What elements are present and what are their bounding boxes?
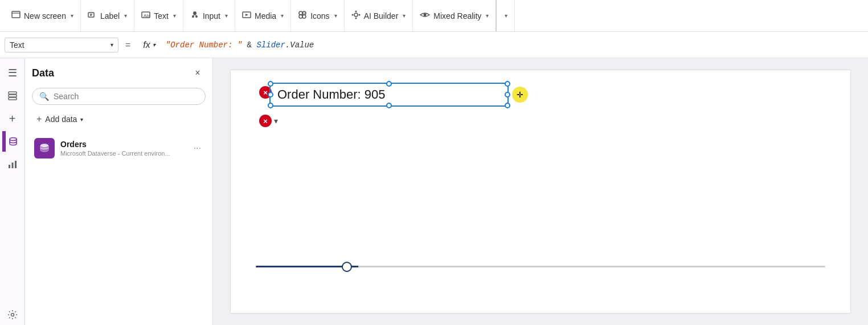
fx-label: fx: [143, 40, 150, 50]
input-label: Input: [203, 11, 220, 21]
fx-button[interactable]: fx ▾: [137, 38, 161, 52]
slider-track[interactable]: [256, 266, 825, 267]
svg-rect-2: [88, 13, 94, 17]
new-screen-label: New screen: [24, 11, 66, 21]
data-panel-title: Data: [32, 67, 54, 79]
property-selector[interactable]: Text ▾: [5, 38, 118, 52]
handle-top-center[interactable]: [386, 81, 392, 87]
formula-object: Slider: [256, 40, 285, 50]
ai-builder-button[interactable]: AI Builder ▾: [345, 0, 413, 31]
svg-point-24: [424, 13, 427, 16]
text-widget[interactable]: Order Number: 905 ✛: [269, 83, 509, 107]
handle-bot-left[interactable]: [268, 103, 273, 108]
orders-datasource-name: Orders: [60, 140, 186, 149]
svg-rect-0: [12, 11, 20, 18]
formula-code: "Order Number: " & Slider.Value: [166, 40, 314, 50]
handle-mid-left[interactable]: [268, 92, 273, 98]
add-data-chevron: ▾: [80, 116, 83, 123]
svg-rect-31: [15, 161, 17, 168]
data-panel-close-button[interactable]: ×: [190, 65, 206, 81]
input-chevron: ▾: [225, 13, 228, 19]
handle-top-right[interactable]: [505, 81, 510, 87]
more-button[interactable]: ▾: [497, 0, 515, 31]
data-panel-header: Data ×: [32, 65, 206, 81]
label-chevron: ▾: [124, 13, 127, 19]
sidebar-item-insert[interactable]: +: [2, 108, 23, 129]
sidebar-icons: ☰ +: [0, 58, 25, 325]
add-data-button[interactable]: + Add data ▾: [32, 112, 206, 127]
svg-point-21: [355, 17, 357, 19]
search-box[interactable]: 🔍: [32, 88, 206, 105]
orders-datasource-icon: [34, 138, 55, 159]
dropdown-indicator[interactable]: ▾: [274, 116, 278, 125]
error-badge-group-2: × ▾: [259, 115, 278, 127]
equals-sign: =: [118, 40, 137, 50]
media-chevron: ▾: [281, 13, 284, 19]
icons-label: Icons: [310, 11, 329, 21]
data-panel: Data × 🔍 + Add data ▾ Orders Microsoft D…: [25, 58, 213, 325]
mixed-reality-label: Mixed Reality: [433, 11, 481, 21]
media-icon: [242, 10, 251, 22]
svg-point-14: [299, 11, 302, 15]
svg-point-16: [299, 15, 302, 18]
icons-button[interactable]: Icons ▾: [291, 0, 344, 31]
fx-chevron: ▾: [153, 42, 155, 48]
label-icon: [88, 10, 97, 22]
property-value: Text: [10, 40, 24, 50]
formula-bar: Text ▾ = fx ▾ "Order Number: " & Slider.…: [0, 32, 868, 58]
text-button[interactable]: Abc Text ▾: [134, 0, 183, 31]
svg-line-10: [193, 15, 195, 15]
svg-line-11: [195, 15, 196, 15]
canvas-content[interactable]: × Order Number: 905 ✛ × ▾: [230, 70, 851, 314]
sidebar-item-hamburger[interactable]: ☰: [2, 63, 23, 83]
text-icon: Abc: [141, 10, 150, 22]
media-button[interactable]: Media ▾: [235, 0, 291, 31]
text-label: Text: [154, 11, 169, 21]
svg-point-17: [302, 15, 306, 18]
svg-rect-30: [11, 162, 13, 168]
main-area: ☰ + Data × 🔍 + Add data ▾: [0, 58, 868, 325]
svg-marker-13: [245, 14, 248, 16]
svg-point-8: [192, 15, 194, 18]
add-icon: +: [36, 114, 42, 124]
sidebar-item-layers[interactable]: [2, 86, 23, 106]
orders-datasource-menu[interactable]: ···: [191, 141, 203, 156]
move-handle[interactable]: ✛: [512, 87, 528, 103]
new-screen-icon: [11, 10, 21, 22]
order-number-text: Order Number: 905: [277, 87, 386, 101]
input-button[interactable]: Input ▾: [183, 0, 235, 31]
formula-string-part: "Order Number: ": [166, 40, 242, 50]
error-badge-2[interactable]: ×: [259, 115, 272, 127]
svg-point-23: [358, 14, 360, 15]
orders-datasource-item[interactable]: Orders Microsoft Dataverse - Current env…: [32, 133, 206, 163]
formula-input-area[interactable]: "Order Number: " & Slider.Value: [161, 38, 863, 52]
mixed-reality-chevron: ▾: [486, 13, 489, 19]
handle-top-left[interactable]: [268, 81, 273, 87]
handle-mid-right[interactable]: [505, 92, 510, 98]
search-input[interactable]: [54, 92, 198, 101]
label-label: Label: [100, 11, 120, 21]
icons-chevron: ▾: [334, 13, 337, 19]
formula-dot-property: .Value: [285, 40, 314, 50]
sidebar-item-settings[interactable]: [2, 304, 23, 325]
property-chevron: ▾: [110, 42, 113, 48]
handle-bot-center[interactable]: [386, 103, 392, 108]
canvas-area: × Order Number: 905 ✛ × ▾: [213, 58, 868, 325]
mixed-reality-button[interactable]: Mixed Reality ▾: [413, 0, 497, 31]
svg-point-32: [11, 314, 14, 316]
add-data-label: Add data: [45, 115, 77, 124]
slider-thumb[interactable]: [342, 262, 352, 272]
ai-builder-chevron: ▾: [403, 13, 406, 19]
handle-bot-right[interactable]: [505, 103, 510, 108]
new-screen-button[interactable]: New screen ▾: [5, 0, 81, 31]
svg-rect-29: [9, 165, 10, 168]
label-button[interactable]: Label ▾: [81, 0, 134, 31]
ai-builder-label: AI Builder: [364, 11, 399, 21]
media-label: Media: [255, 11, 276, 21]
slider-widget[interactable]: [256, 266, 825, 267]
sidebar-item-data[interactable]: [2, 131, 23, 152]
sidebar-item-chart[interactable]: [2, 154, 23, 174]
search-icon: 🔍: [39, 92, 49, 101]
input-icon: [190, 10, 199, 22]
svg-point-20: [355, 10, 357, 12]
